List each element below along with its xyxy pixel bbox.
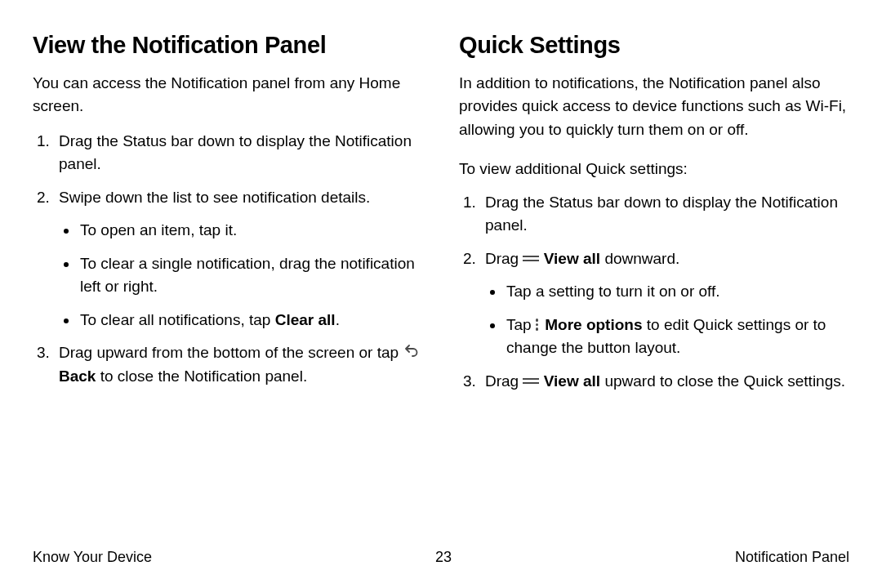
view-all-icon <box>523 256 539 261</box>
footer-left: Know Your Device <box>33 546 152 568</box>
right-step3: Drag View all upward to close the Quick … <box>480 370 849 394</box>
left-step2-a: To open an item, tap it. <box>78 219 423 243</box>
right-column: Quick Settings In addition to notificati… <box>459 28 849 403</box>
right-step1: Drag the Status bar down to display the … <box>480 191 849 238</box>
right-step2: Drag View all downward. Tap a setting to… <box>480 247 849 360</box>
left-step3: Drag upward from the bottom of the scree… <box>54 341 423 389</box>
left-column: View the Notification Panel You can acce… <box>33 28 423 403</box>
page-footer: Know Your Device 23 Notification Panel <box>33 546 849 568</box>
right-step2-sublist: Tap a setting to turn it on or off. Tap … <box>485 280 849 360</box>
right-intro: In addition to notifications, the Notifi… <box>459 72 849 142</box>
footer-page: 23 <box>435 546 452 568</box>
right-steps: Drag the Status bar down to display the … <box>459 191 849 394</box>
left-intro: You can access the Notification panel fr… <box>33 72 423 118</box>
footer-right: Notification Panel <box>735 546 849 568</box>
right-step2-b: Tap More options to edit Quick settings … <box>505 314 849 360</box>
right-sub: To view additional Quick settings: <box>459 158 849 181</box>
view-all-icon <box>523 378 539 384</box>
left-step2-b: To clear a single notification, drag the… <box>78 252 423 299</box>
more-options-icon <box>536 317 539 332</box>
left-step2-sublist: To open an item, tap it. To clear a sing… <box>59 219 423 332</box>
left-steps: Drag the Status bar down to display the … <box>33 130 423 389</box>
left-step2-c: To clear all notifications, tap Clear al… <box>78 309 423 332</box>
left-step2: Swipe down the list to see notification … <box>54 186 423 332</box>
left-step1: Drag the Status bar down to display the … <box>54 130 423 176</box>
right-step2-a: Tap a setting to turn it on or off. <box>505 280 849 304</box>
left-step2-text: Swipe down the list to see notification … <box>59 189 370 206</box>
right-heading: Quick Settings <box>459 28 849 64</box>
left-heading: View the Notification Panel <box>33 28 423 64</box>
back-icon <box>403 341 418 364</box>
